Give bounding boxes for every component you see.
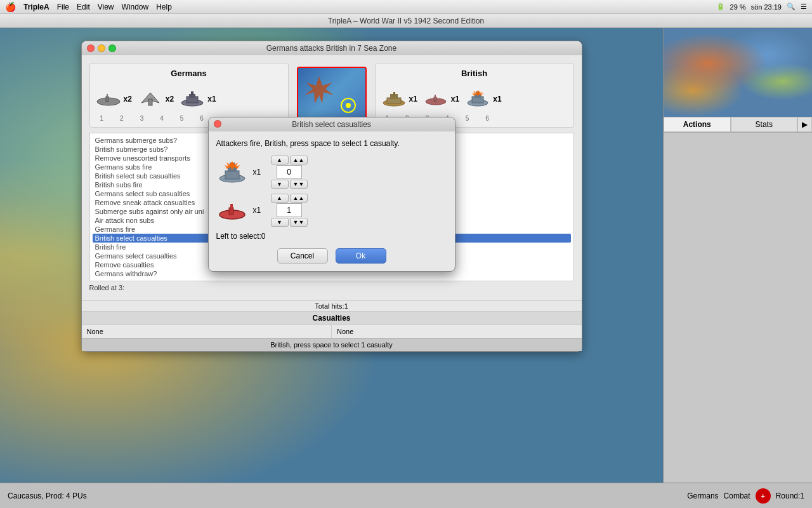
cancel-button[interactable]: Cancel xyxy=(277,248,328,264)
apple-menu[interactable]: 🍎 xyxy=(5,2,16,12)
rolled-at: Rolled at 3: xyxy=(89,284,574,291)
explosion-effect xyxy=(303,73,335,107)
battle-dialog-titlebar: Germans attacks British in 7 Sea Zone xyxy=(82,41,582,55)
search-icon[interactable]: 🔍 xyxy=(787,3,796,11)
german-units: x2 x2 xyxy=(95,83,283,115)
casualty-sub-svg xyxy=(216,199,248,222)
spinner-2-up-max[interactable]: ▲▲ xyxy=(290,194,308,203)
casualties-header: Casualties xyxy=(82,312,582,325)
menu-extra[interactable]: ☰ xyxy=(801,3,807,11)
spinner-2-up[interactable]: ▲ xyxy=(271,194,289,203)
plane-icon xyxy=(137,90,164,108)
traffic-light-green[interactable] xyxy=(108,44,116,52)
casualty-unit-row-2: x1 ▲ ▲▲ 1 ▼ ▼▼ xyxy=(216,194,447,227)
british-unit-transport: x1 xyxy=(381,90,417,108)
round-text: Round:1 xyxy=(776,491,804,500)
battleship-icon xyxy=(179,90,206,108)
scale-6: 6 xyxy=(200,115,204,122)
british-units: x1 x1 xyxy=(381,83,568,115)
tab-actions[interactable]: Actions xyxy=(664,117,731,132)
traffic-light-yellow[interactable] xyxy=(98,44,105,52)
menu-help[interactable]: Help xyxy=(156,3,172,11)
casualty-unit-1-icon xyxy=(216,161,248,184)
battery-percent: 29 % xyxy=(730,3,746,11)
casualty-close-btn[interactable] xyxy=(214,120,221,128)
bottom-bar: Caucasus, Prod: 4 PUs Germans Combat + R… xyxy=(0,483,812,508)
german-unit-plane: x2 xyxy=(137,90,174,108)
casualty-spinner-1[interactable]: ▲ ▲▲ 0 ▼ ▼▼ xyxy=(271,156,308,189)
ok-button[interactable]: Ok xyxy=(336,248,386,264)
menu-bar-left: 🍎 TripleA File Edit View Window Help xyxy=(5,2,706,12)
svg-rect-28 xyxy=(229,208,233,215)
british-sub-icon xyxy=(422,90,449,108)
german-label: Germans xyxy=(95,69,283,78)
german-casualties: None xyxy=(82,325,332,338)
target-reticle xyxy=(341,98,356,113)
phase2-label: Combat xyxy=(724,491,750,500)
casualty-message: Attackers fire, British, press space to … xyxy=(216,139,447,148)
british-unit-sub: x1 xyxy=(422,90,459,108)
tab-arrow[interactable]: ▶ xyxy=(797,117,812,132)
casualty-unit-2-icon xyxy=(216,199,248,222)
german-unit-battleship: x1 xyxy=(179,90,216,108)
scale-3: 3 xyxy=(140,115,144,122)
spinner-1-input[interactable]: 0 xyxy=(277,165,302,179)
phase-label: Germans xyxy=(687,491,718,500)
round-badge: + xyxy=(756,488,771,504)
british-casualties: None xyxy=(332,325,582,338)
menu-view[interactable]: View xyxy=(98,3,114,11)
casualties-section: Casualties None None xyxy=(82,311,582,338)
svg-marker-26 xyxy=(225,161,240,170)
spinner-1-up[interactable]: ▲ xyxy=(271,156,289,164)
british-unit-battleship: x1 xyxy=(464,90,501,108)
spinner-1-down[interactable]: ▼ xyxy=(271,180,289,189)
sidebar-tabs: Actions Stats ▶ xyxy=(664,117,812,133)
casualty-body: Attackers fire, British, press space to … xyxy=(209,131,455,271)
svg-rect-2 xyxy=(107,94,108,97)
time-display: sön 23:19 xyxy=(751,3,782,11)
casualty-battleship-svg xyxy=(216,161,248,184)
menu-bar-right: 🔋 29 % sön 23:19 🔍 ☰ xyxy=(716,3,807,11)
scale-5: 5 xyxy=(180,115,184,122)
menu-bar: 🍎 TripleA File Edit View Window Help 🔋 2… xyxy=(0,0,812,14)
scale-2: 2 xyxy=(120,115,124,122)
casualty-dialog-titlebar: British select casualties xyxy=(209,117,455,131)
battle-animation xyxy=(297,67,367,124)
spinner-1-up-max[interactable]: ▲▲ xyxy=(290,156,308,164)
spinner-1-down-row: ▼ ▼▼ xyxy=(271,180,308,189)
german-unit-sub: x2 xyxy=(95,90,132,108)
app-name[interactable]: TripleA xyxy=(23,3,49,11)
spinner-1-up-row: ▲ ▲▲ xyxy=(271,156,308,164)
transport-icon xyxy=(381,90,407,108)
window-title: TripleA – World War II v5 1942 Second Ed… xyxy=(328,17,484,25)
casualty-spinner-2[interactable]: ▲ ▲▲ 1 ▼ ▼▼ xyxy=(271,194,308,227)
scale-6: 6 xyxy=(485,115,489,122)
plane-count: x2 xyxy=(166,95,174,104)
battle-dialog-title: Germans attacks British in 7 Sea Zone xyxy=(266,44,396,53)
menu-file[interactable]: File xyxy=(57,3,69,11)
tab-stats[interactable]: Stats xyxy=(731,117,798,132)
svg-rect-15 xyxy=(434,97,436,102)
spinner-2-down-min[interactable]: ▼▼ xyxy=(290,218,308,227)
casualty-dialog-title-text: British select casualties xyxy=(292,120,371,129)
transport-count: x1 xyxy=(409,95,417,104)
casualty-unit-2-count: x1 xyxy=(253,206,266,215)
sidebar-right: Actions Stats ▶ xyxy=(663,28,812,483)
round-label: + xyxy=(761,492,764,500)
spinner-1-down-min[interactable]: ▼▼ xyxy=(290,180,308,189)
scale-4: 4 xyxy=(160,115,164,122)
spinner-2-input[interactable]: 1 xyxy=(277,203,302,217)
svg-rect-13 xyxy=(393,92,395,95)
svg-rect-8 xyxy=(191,91,193,95)
menu-window[interactable]: Window xyxy=(122,3,149,11)
british-battleship-icon xyxy=(464,90,491,108)
battle-status-bar: British, press space to select 1 casualt… xyxy=(82,338,582,351)
map-area[interactable]: Germans attacks British in 7 Sea Zone Ge… xyxy=(0,28,663,483)
spinner-2-down[interactable]: ▼ xyxy=(271,218,289,227)
traffic-light-red[interactable] xyxy=(87,44,95,52)
casualties-row: None None xyxy=(82,325,582,338)
svg-rect-16 xyxy=(435,95,436,98)
total-hits: Total hits:1 xyxy=(82,300,582,311)
menu-edit[interactable]: Edit xyxy=(77,3,90,11)
casualty-traffic-light xyxy=(214,120,221,130)
